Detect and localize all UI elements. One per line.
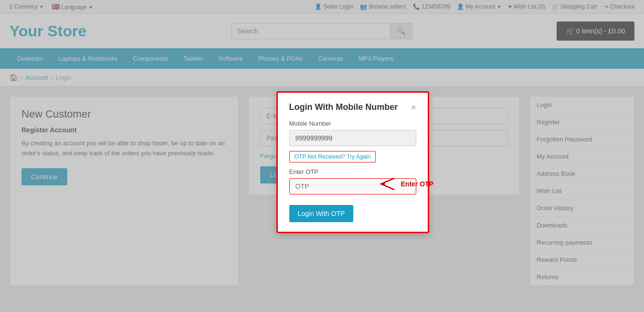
- otp-section: Enter OTP: [289, 178, 416, 194]
- otp-arrow-annotation: Enter OTP: [375, 174, 433, 194]
- svg-marker-0: [381, 182, 385, 186]
- modal-header: Login With Mobile Number ×: [289, 102, 416, 112]
- login-otp-button[interactable]: Login With OTP: [289, 205, 354, 222]
- mobile-label: Mobile Number: [289, 120, 416, 127]
- otp-resend-button[interactable]: OTP Not Received? Try Again: [289, 151, 376, 162]
- modal-title: Login With Mobile Number: [289, 102, 398, 112]
- mobile-number-input[interactable]: [289, 130, 416, 146]
- enter-otp-hint: Enter OTP: [401, 180, 433, 188]
- arrow-icon: [375, 174, 399, 194]
- modal-close-button[interactable]: ×: [411, 103, 416, 112]
- otp-modal: Login With Mobile Number × Mobile Number…: [276, 91, 429, 233]
- main-content: New Customer Register Account By creatin…: [0, 86, 644, 295]
